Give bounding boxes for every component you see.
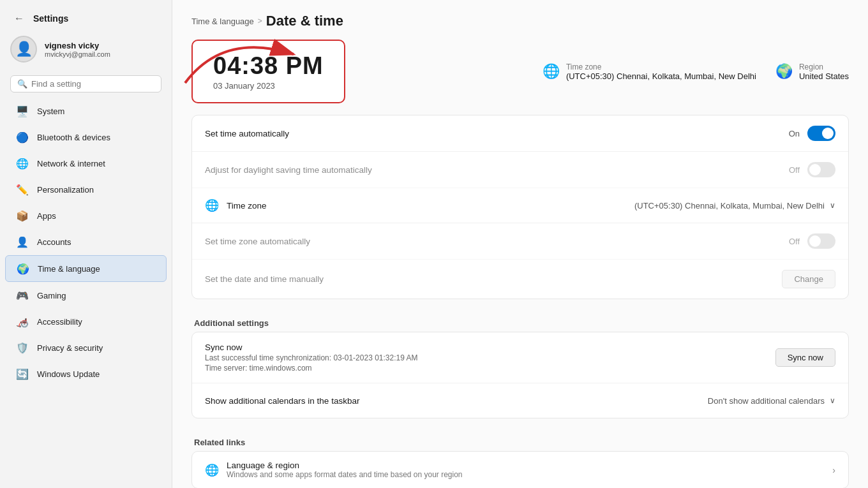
timezone-row-value: (UTC+05:30) Chennai, Kolkata, Mumbai, Ne… xyxy=(634,201,825,211)
daylight-saving-state: Off xyxy=(789,165,800,175)
main-content: Time & language > Date & time 04:38 PM 0… xyxy=(172,0,868,488)
time-card: 04:38 PM 03 January 2023 xyxy=(191,40,345,103)
main-wrapper: Time & language > Date & time 04:38 PM 0… xyxy=(172,0,868,488)
breadcrumb-separator: > xyxy=(258,17,262,26)
privacy-icon: 🛡️ xyxy=(15,341,29,355)
search-input[interactable] xyxy=(31,79,154,89)
date-display: 03 January 2023 xyxy=(213,81,275,91)
related-links-header: Related links xyxy=(191,429,849,451)
set-time-auto-label: Set time automatically xyxy=(205,129,289,138)
header-info: 🌐 Time zone (UTC+05:30) Chennai, Kolkata… xyxy=(542,63,849,81)
timezone-icon: 🌐 xyxy=(542,63,560,80)
user-profile[interactable]: 👤 vignesh vicky mvickyvj@gmail.com xyxy=(0,28,172,70)
additional-settings-header: Additional settings xyxy=(191,309,849,332)
sync-now-button[interactable]: Sync now xyxy=(775,348,835,367)
set-timezone-auto-toggle xyxy=(807,233,835,249)
sidebar-item-gaming[interactable]: 🎮Gaming xyxy=(5,283,167,308)
timezone-row[interactable]: 🌐 Time zone (UTC+05:30) Chennai, Kolkata… xyxy=(192,188,848,223)
sync-info-block: Sync now Last successful time synchroniz… xyxy=(205,343,418,373)
calendars-dropdown-arrow: ∨ xyxy=(830,396,835,405)
set-date-manually-label: Set the date and time manually xyxy=(205,274,324,284)
daylight-saving-toggle xyxy=(807,162,835,177)
daylight-saving-row: Adjust for daylight saving time automati… xyxy=(192,152,848,188)
app-title: Settings xyxy=(33,13,68,24)
language-region-row[interactable]: 🌐 Language & region Windows and some app… xyxy=(192,452,848,488)
sync-detail2: Time server: time.windows.com xyxy=(205,364,418,373)
region-label: Region xyxy=(799,63,849,71)
sidebar-item-bluetooth[interactable]: 🔵Bluetooth & devices xyxy=(5,124,167,150)
sidebar-item-label-network: Network & internet xyxy=(37,159,105,168)
sidebar-item-time[interactable]: 🌍Time & language xyxy=(5,255,167,282)
language-region-chevron: › xyxy=(832,465,835,475)
timezone-value: (UTC+05:30) Chennai, Kolkata, Mumbai, Ne… xyxy=(566,71,756,81)
change-button: Change xyxy=(782,270,835,288)
sidebar-item-label-apps: Apps xyxy=(37,211,56,221)
time-icon: 🌍 xyxy=(16,262,30,276)
set-time-auto-right: On xyxy=(789,126,835,141)
related-links-section: 🌐 Language & region Windows and some app… xyxy=(191,451,849,488)
timezone-label: Time zone xyxy=(566,63,756,71)
timezone-row-right: (UTC+05:30) Chennai, Kolkata, Mumbai, Ne… xyxy=(634,201,835,211)
search-box[interactable]: 🔍 xyxy=(10,75,161,92)
bluetooth-icon: 🔵 xyxy=(15,130,29,144)
sidebar-item-apps[interactable]: 📦Apps xyxy=(5,203,167,228)
time-display: 04:38 PM xyxy=(213,52,324,80)
calendars-value: Don't show additional calendars xyxy=(708,396,825,406)
set-timezone-auto-state: Off xyxy=(789,237,800,246)
sidebar: ← Settings 👤 vignesh vicky mvickyvj@gmai… xyxy=(0,0,172,488)
set-time-auto-toggle[interactable] xyxy=(807,126,835,141)
breadcrumb: Time & language > Date & time xyxy=(191,13,849,29)
timezone-text: Time zone (UTC+05:30) Chennai, Kolkata, … xyxy=(566,63,756,81)
language-region-title: Language & region xyxy=(227,461,463,470)
region-value: United States xyxy=(799,71,849,81)
personalization-icon: ✏️ xyxy=(15,182,29,196)
sidebar-item-label-privacy: Privacy & security xyxy=(37,343,103,353)
sidebar-item-label-accounts: Accounts xyxy=(37,237,71,247)
time-header-row: 04:38 PM 03 January 2023 🌐 Time zone (UT… xyxy=(191,40,849,103)
gaming-icon: 🎮 xyxy=(15,288,29,302)
set-time-auto-row[interactable]: Set time automatically On xyxy=(192,115,848,152)
sidebar-item-label-bluetooth: Bluetooth & devices xyxy=(37,133,110,142)
sync-now-right: Sync now xyxy=(775,348,835,367)
apps-icon: 📦 xyxy=(15,209,29,223)
sidebar-item-system[interactable]: 🖥️System xyxy=(5,98,167,124)
set-time-auto-state: On xyxy=(789,129,800,138)
accessibility-icon: 🦽 xyxy=(15,314,29,329)
region-text: Region United States xyxy=(799,63,849,81)
calendars-right: Don't show additional calendars ∨ xyxy=(708,396,835,406)
sync-info: Sync now Last successful time synchroniz… xyxy=(205,343,418,373)
timezone-info: 🌐 Time zone (UTC+05:30) Chennai, Kolkata… xyxy=(542,63,756,81)
sidebar-item-label-gaming: Gaming xyxy=(37,291,66,300)
user-email: mvickyvj@gmail.com xyxy=(45,50,110,58)
sidebar-item-label-update: Windows Update xyxy=(37,369,100,379)
set-date-manually-row: Set the date and time manually Change xyxy=(192,260,848,299)
region-info: 🌍 Region United States xyxy=(775,63,849,81)
sidebar-item-accounts[interactable]: 👤Accounts xyxy=(5,229,167,255)
sidebar-item-label-accessibility: Accessibility xyxy=(37,317,82,327)
search-icon: 🔍 xyxy=(17,79,27,89)
sidebar-item-accessibility[interactable]: 🦽Accessibility xyxy=(5,309,167,334)
breadcrumb-parent: Time & language xyxy=(191,17,254,26)
region-icon: 🌍 xyxy=(775,63,793,80)
avatar: 👤 xyxy=(10,36,37,63)
user-info: vignesh vicky mvickyvj@gmail.com xyxy=(45,41,110,58)
back-button[interactable]: ← xyxy=(10,11,28,26)
sidebar-item-personalization[interactable]: ✏️Personalization xyxy=(5,177,167,202)
sidebar-item-network[interactable]: 🌐Network & internet xyxy=(5,151,167,176)
set-timezone-auto-row: Set time zone automatically Off xyxy=(192,223,848,260)
nav-list: 🖥️System🔵Bluetooth & devices🌐Network & i… xyxy=(0,98,172,387)
daylight-saving-label: Adjust for daylight saving time automati… xyxy=(205,165,372,175)
sync-title: Sync now xyxy=(205,343,418,352)
main-settings-section: Set time automatically On Adjust for day… xyxy=(191,115,849,299)
daylight-saving-right: Off xyxy=(789,162,835,177)
sidebar-item-update[interactable]: 🔄Windows Update xyxy=(5,361,167,387)
sidebar-item-label-time: Time & language xyxy=(38,264,100,274)
sync-now-row[interactable]: Sync now Last successful time synchroniz… xyxy=(192,332,848,383)
set-timezone-auto-label: Set time zone automatically xyxy=(205,237,310,246)
accounts-icon: 👤 xyxy=(15,235,29,249)
sync-detail1: Last successful time synchronization: 03… xyxy=(205,353,418,362)
additional-settings-section: Sync now Last successful time synchroniz… xyxy=(191,332,849,418)
timezone-dropdown-arrow: ∨ xyxy=(830,201,835,210)
sidebar-item-privacy[interactable]: 🛡️Privacy & security xyxy=(5,335,167,360)
calendars-row[interactable]: Show additional calendars in the taskbar… xyxy=(192,383,848,418)
